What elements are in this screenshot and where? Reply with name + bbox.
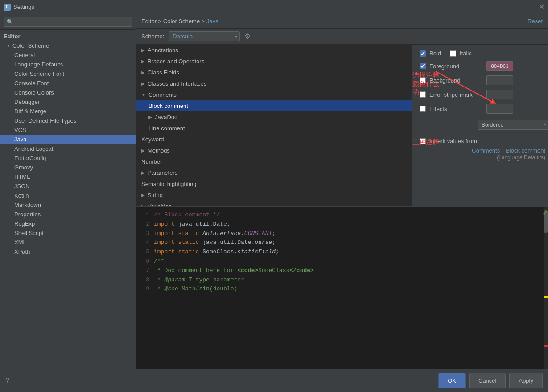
inherit-checkbox[interactable] [420, 138, 426, 144]
close-button[interactable]: ✕ [539, 3, 544, 11]
italic-checkbox-row: Italic [450, 50, 472, 57]
sidebar-item-editorconfig[interactable]: EditorConfig [0, 153, 136, 163]
item-annotations[interactable]: ▶ Annotations [136, 45, 412, 56]
bold-checkbox[interactable] [420, 50, 426, 57]
checkmark-icon: ✓ [542, 209, 548, 217]
sidebar-item-html[interactable]: HTML [0, 172, 136, 182]
sidebar-item-user-defined[interactable]: User-Defined File Types [0, 116, 136, 125]
sidebar-item-regexp[interactable]: RegExp [0, 219, 136, 228]
error-stripe-checkbox[interactable] [420, 91, 426, 98]
apply-button[interactable]: Apply [509, 373, 543, 388]
sidebar-item-xpath[interactable]: XPath [0, 247, 136, 256]
error-stripe-row: Error stripe mark [420, 90, 548, 99]
code-content: T type parameter [185, 276, 244, 283]
sidebar-item-vcs[interactable]: VCS [0, 125, 136, 135]
background-color-box[interactable] [486, 75, 513, 85]
main-container: Editor ▼ Color Scheme General Language D… [0, 14, 548, 369]
code-content: java.util.Date; [178, 221, 231, 227]
sidebar-item-groovy[interactable]: Groovy [0, 163, 136, 172]
code-content: * [154, 276, 164, 283]
item-number[interactable]: Number [136, 156, 412, 167]
sidebar-item-xml[interactable]: XML [0, 238, 136, 247]
sidebar-item-color-scheme-font[interactable]: Color Scheme Font [0, 69, 136, 78]
item-label: Semantic highlighting [141, 181, 197, 187]
item-class-fields[interactable]: ▶ Class Fields [136, 67, 412, 78]
sidebar-item-console-font[interactable]: Console Font [0, 78, 136, 88]
line-num: 3 [141, 229, 149, 239]
sidebar-item-markdown[interactable]: Markdown [0, 200, 136, 210]
code-line-2: 2import java.util.Date; [141, 220, 538, 229]
help-icon[interactable]: ? [5, 377, 9, 385]
sidebar-item-language-defaults[interactable]: Language Defaults [0, 60, 136, 69]
content-header: Editor > Color Scheme > Java Reset [136, 14, 548, 29]
item-variables[interactable]: ▶ Variables [136, 201, 412, 206]
breadcrumb: Editor > Color Scheme > Java [141, 18, 218, 25]
expand-arrow-color-scheme: ▼ [6, 43, 11, 48]
item-semantic-highlighting[interactable]: Semantic highlighting [136, 178, 412, 190]
sidebar-item-android-logcat[interactable]: Android Logcat [0, 144, 136, 153]
item-comments[interactable]: ▼ Comments [136, 89, 412, 100]
item-keyword[interactable]: Keyword [136, 134, 412, 145]
preview-wrapper: 1/* Block comment */ 2import java.util.D… [136, 206, 548, 369]
reset-button[interactable]: Reset [527, 18, 543, 25]
sidebar-item-shell-script[interactable]: Shell Script [0, 228, 136, 238]
item-methods[interactable]: ▶ Methods [136, 145, 412, 156]
sidebar-item-debugger[interactable]: Debugger [0, 97, 136, 107]
item-javadoc[interactable]: ▶ JavaDoc [136, 111, 412, 123]
code-content: </code> [289, 267, 314, 274]
effects-checkbox[interactable] [420, 106, 426, 112]
expand-arrow: ▶ [141, 170, 145, 175]
preview-indicator-red [544, 345, 548, 347]
sidebar-item-color-scheme[interactable]: ▼ Color Scheme [0, 41, 136, 50]
sidebar-item-diff-merge[interactable]: Diff & Merge [0, 107, 136, 116]
line-num: 9 [141, 285, 149, 294]
code-content: import static [154, 248, 202, 255]
expand-arrow: ▶ [141, 148, 145, 153]
inherit-checkbox-row: Inherit values from: [420, 138, 548, 144]
preview-scrollbar[interactable]: ✓ [544, 207, 548, 369]
code-content: import static [154, 230, 202, 237]
item-braces[interactable]: ▶ Braces and Operators [136, 56, 412, 67]
item-string[interactable]: ▶ String [136, 190, 412, 201]
item-parameters[interactable]: ▶ Parameters [136, 167, 412, 178]
sidebar-item-general[interactable]: General [0, 50, 136, 60]
item-block-comment[interactable]: Block comment [136, 100, 412, 111]
effects-dropdown[interactable]: Bordered Underscored Bold Underscored Do… [478, 120, 548, 130]
error-stripe-color-box[interactable] [486, 90, 513, 99]
code-content: /** [154, 258, 164, 264]
preview-inner: 1/* Block comment */ 2import java.util.D… [136, 207, 548, 369]
sidebar-item-java[interactable]: Java [0, 135, 136, 144]
line-num: 8 [141, 276, 149, 285]
expand-arrow: ▶ [141, 70, 145, 75]
item-line-comment[interactable]: Line comment [136, 123, 412, 134]
background-checkbox[interactable] [420, 77, 426, 83]
item-label: Block comment [148, 103, 188, 109]
sidebar-item-json[interactable]: JSON [0, 182, 136, 191]
code-content: <code> [237, 267, 258, 274]
item-label: Keyword [141, 136, 164, 143]
item-label: String [148, 192, 163, 198]
code-content: import [154, 221, 178, 227]
inherit-label: Inherit values from: [429, 138, 479, 144]
cancel-button[interactable]: Cancel [469, 373, 506, 388]
search-input[interactable] [4, 17, 132, 27]
effects-row: Effects [420, 104, 548, 114]
gear-icon[interactable]: ⚙ [244, 32, 251, 41]
inherit-link[interactable]: Comments→Block comment [472, 147, 545, 154]
item-classes-interfaces[interactable]: ▶ Classes and Interfaces [136, 78, 412, 89]
sidebar-item-properties[interactable]: Properties [0, 210, 136, 219]
foreground-color-box[interactable]: 804D61 [486, 61, 513, 71]
italic-checkbox[interactable] [450, 50, 456, 57]
effects-color-box[interactable] [486, 104, 513, 114]
scheme-select[interactable]: Darcula Default High contrast Monokai [169, 31, 240, 41]
foreground-checkbox[interactable] [420, 63, 426, 69]
sidebar-item-console-colors[interactable]: Console Colors [0, 88, 136, 97]
sidebar-item-color-scheme-label: Color Scheme [12, 42, 49, 49]
middle-pane-wrapper: ▶ Annotations ▶ Braces and Operators ▶ C… [136, 45, 548, 206]
sidebar-item-kotlin[interactable]: Kotlin [0, 191, 136, 200]
code-line-1: 1/* Block comment */ [141, 210, 538, 220]
background-label: Background [429, 77, 483, 84]
ok-button[interactable]: OK [438, 373, 466, 388]
expand-arrow: ▶ [141, 59, 145, 64]
effects-label: Effects [429, 106, 483, 112]
